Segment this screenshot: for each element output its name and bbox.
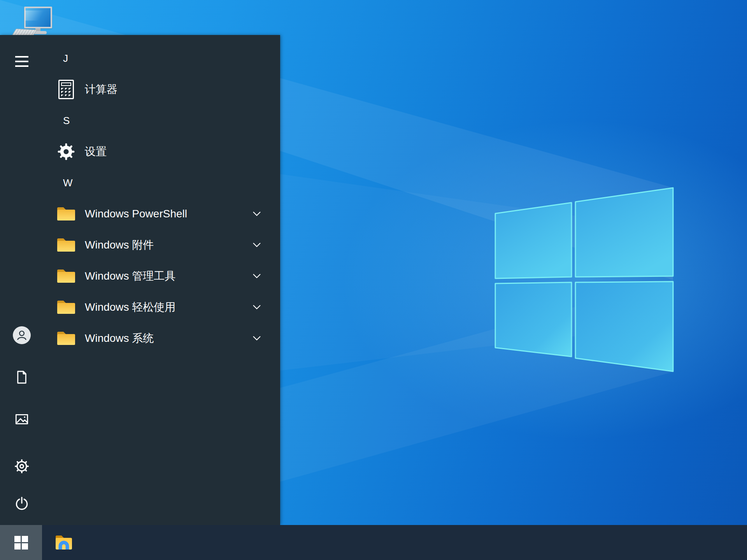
document-icon (14, 370, 29, 385)
monitor-icon (24, 7, 52, 28)
folder-icon (56, 203, 77, 224)
chevron-down-icon[interactable] (251, 240, 262, 250)
folder-icon (56, 234, 77, 256)
section-header-W[interactable]: W (0, 167, 280, 198)
folder-item-ease-of-access[interactable]: Windows 轻松使用 (0, 292, 280, 323)
power-icon (14, 496, 29, 511)
folder-icon (56, 297, 77, 318)
folder-item-admin-tools[interactable]: Windows 管理工具 (0, 261, 280, 292)
folder-icon (56, 328, 77, 349)
section-header-S[interactable]: S (0, 105, 280, 136)
start-button[interactable] (0, 525, 42, 560)
folder-item-label: Windows 系统 (85, 331, 154, 346)
pictures-icon (14, 412, 29, 427)
app-item-label: 设置 (85, 144, 107, 159)
windows-logo-icon (14, 536, 28, 550)
file-explorer-taskbar-button[interactable] (42, 525, 86, 560)
chevron-down-icon[interactable] (251, 302, 262, 313)
chevron-down-icon[interactable] (251, 208, 262, 219)
folder-icon (56, 266, 77, 287)
folder-item-windows-system[interactable]: Windows 系统 (0, 323, 280, 354)
app-item-calculator[interactable]: 计算器 (0, 74, 280, 105)
start-menu-panel: J 计算器 S (0, 35, 280, 525)
app-item-label: 计算器 (85, 82, 117, 97)
calculator-icon (56, 79, 77, 100)
folder-item-label: Windows 管理工具 (85, 269, 175, 284)
app-item-settings[interactable]: 设置 (0, 136, 280, 167)
folder-item-label: Windows 附件 (85, 238, 154, 252)
power-button[interactable] (9, 491, 34, 516)
section-header-J[interactable]: J (0, 43, 280, 74)
settings-gear-icon (56, 141, 77, 162)
start-app-list: J 计算器 S (0, 43, 280, 354)
folder-item-accessories[interactable]: Windows 附件 (0, 229, 280, 261)
chevron-down-icon[interactable] (251, 271, 262, 282)
windows-desktop: J 计算器 S (0, 0, 747, 560)
folder-item-powershell[interactable]: Windows PowerShell (0, 198, 280, 229)
pictures-button[interactable] (9, 407, 34, 432)
gear-icon (14, 458, 30, 474)
settings-rail-button[interactable] (9, 454, 34, 479)
taskbar: vm (0, 525, 747, 560)
folder-item-label: Windows 轻松使用 (85, 300, 175, 315)
documents-button[interactable] (9, 365, 34, 390)
this-pc-desktop-icon[interactable] (0, 0, 58, 39)
chevron-down-icon[interactable] (251, 333, 262, 344)
file-explorer-icon (54, 534, 74, 551)
folder-item-label: Windows PowerShell (85, 208, 187, 220)
